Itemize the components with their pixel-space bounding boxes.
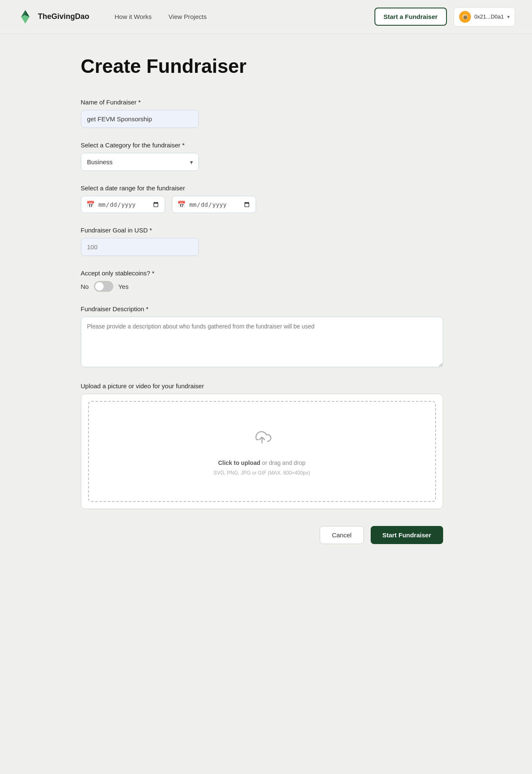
toggle-row: No Yes xyxy=(81,281,452,292)
wallet-button[interactable]: ◎ 0x21...D0a1 ▾ xyxy=(454,7,515,27)
wallet-address: 0x21...D0a1 xyxy=(474,13,504,20)
description-label: Fundraiser Description * xyxy=(81,305,452,312)
stablecoins-section: Accept only stablecoins? * No Yes xyxy=(81,270,452,292)
upload-dropzone[interactable]: Click to upload or drag and drop SVG, PN… xyxy=(88,401,436,502)
category-section: Select a Category for the fundraiser * B… xyxy=(81,141,452,171)
goal-label: Fundraiser Goal in USD * xyxy=(81,227,452,234)
stablecoins-toggle[interactable] xyxy=(94,281,113,292)
upload-cloud-icon xyxy=(251,427,273,452)
date-range-row: 📅 📅 xyxy=(81,196,452,213)
cancel-button[interactable]: Cancel xyxy=(320,526,364,544)
name-label: Name of Fundraiser * xyxy=(81,99,452,106)
calendar-icon: 📅 xyxy=(86,200,95,208)
goal-section: Fundraiser Goal in USD * xyxy=(81,227,452,256)
chevron-down-icon: ▾ xyxy=(507,14,510,20)
bottom-buttons: Cancel Start Fundraiser xyxy=(81,526,443,544)
logo-icon xyxy=(17,8,34,25)
name-section: Name of Fundraiser * xyxy=(81,99,452,128)
stablecoins-label: Accept only stablecoins? * xyxy=(81,270,452,277)
end-date-input[interactable] xyxy=(189,201,251,208)
name-input[interactable] xyxy=(81,110,199,128)
svg-marker-1 xyxy=(21,15,29,24)
upload-section: Upload a picture or video for your fundr… xyxy=(81,382,452,509)
calendar-icon: 📅 xyxy=(177,200,186,208)
navbar-right: Start a Fundraiser ◎ 0x21...D0a1 ▾ xyxy=(374,7,515,27)
start-fundraiser-button[interactable]: Start Fundraiser xyxy=(371,526,443,544)
navbar: TheGivingDao How it Works View Projects … xyxy=(0,0,532,34)
description-textarea[interactable] xyxy=(81,317,443,367)
upload-text: Click to upload or drag and drop xyxy=(218,458,306,467)
upload-hint: SVG, PNG, JPG or GIF (MAX. 800×400px) xyxy=(214,470,310,476)
end-date-wrapper: 📅 xyxy=(172,196,256,213)
upload-label: Upload a picture or video for your fundr… xyxy=(81,382,452,390)
logo-link[interactable]: TheGivingDao xyxy=(17,8,89,25)
upload-outer: Click to upload or drag and drop SVG, PN… xyxy=(81,394,443,509)
goal-input[interactable] xyxy=(81,238,199,256)
date-label: Select a date range for the fundraiser xyxy=(81,184,452,192)
main-content: Create Fundraiser Name of Fundraiser * S… xyxy=(72,34,460,578)
upload-drag-text: or drag and drop xyxy=(260,459,305,466)
toggle-yes-label: Yes xyxy=(118,283,128,290)
category-label: Select a Category for the fundraiser * xyxy=(81,141,452,149)
category-select-wrapper: Business Technology Health Education Env… xyxy=(81,153,199,171)
nav-view-projects[interactable]: View Projects xyxy=(168,13,207,21)
svg-text:◎: ◎ xyxy=(463,15,467,19)
logo-text: TheGivingDao xyxy=(38,12,89,21)
description-section: Fundraiser Description * xyxy=(81,305,452,369)
navbar-links: How it Works View Projects xyxy=(115,13,374,21)
toggle-slider xyxy=(94,281,113,292)
category-select[interactable]: Business Technology Health Education Env… xyxy=(81,153,199,171)
start-date-input[interactable] xyxy=(98,201,160,208)
start-date-wrapper: 📅 xyxy=(81,196,165,213)
wallet-symbol: ◎ xyxy=(462,13,468,20)
upload-click-text: Click to upload xyxy=(218,459,260,466)
navbar-start-fundraiser-button[interactable]: Start a Fundraiser xyxy=(374,8,447,26)
wallet-icon: ◎ xyxy=(459,11,471,23)
create-fundraiser-form: Name of Fundraiser * Select a Category f… xyxy=(81,99,452,544)
nav-how-it-works[interactable]: How it Works xyxy=(115,13,152,21)
cloud-upload-icon xyxy=(251,427,273,448)
page-title: Create Fundraiser xyxy=(81,55,452,77)
toggle-no-label: No xyxy=(81,283,89,290)
date-section: Select a date range for the fundraiser 📅… xyxy=(81,184,452,213)
